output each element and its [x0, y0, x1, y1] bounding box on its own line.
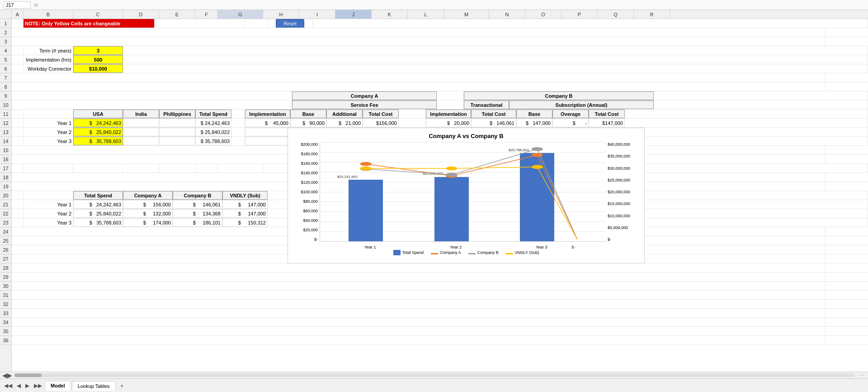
scrollbar-thumb[interactable]: [14, 373, 42, 377]
sum-row-y1-label: Year 1: [24, 200, 73, 209]
col-header-d[interactable]: D: [123, 10, 159, 19]
cell-b1-note[interactable]: NOTE: Only Yellow Cells are changeable: [24, 19, 155, 28]
scroll-left-icon[interactable]: ◀: [2, 372, 7, 379]
cell-row9-left: [12, 91, 292, 100]
row-num-29: 29: [0, 272, 11, 282]
chart-plot: $24,242,463 $25,840,022 $35,788,603: [320, 142, 606, 242]
col-header-g[interactable]: G: [218, 10, 263, 19]
cell-c14-usa-y3[interactable]: $ 35,788,603: [73, 137, 123, 145]
cell-gap12b: [399, 119, 426, 127]
col-header-j[interactable]: J: [335, 10, 372, 19]
tab-nav-next[interactable]: ▶: [24, 382, 31, 390]
scroll-right-icon[interactable]: ▶: [7, 372, 12, 379]
rows-area: 1 2 3 4 5 6 7 8 9 10 11 12 13 14 15 16 1…: [0, 19, 868, 372]
col-header-i[interactable]: I: [299, 10, 335, 19]
col-impl-b: Implementation: [426, 110, 471, 118]
grid-row-7: [12, 73, 868, 82]
tab-nav-first[interactable]: ◀◀: [2, 382, 14, 390]
col-header-k[interactable]: K: [372, 10, 408, 19]
col-header-o[interactable]: O: [525, 10, 561, 19]
col-impl-a: Implementation: [245, 110, 290, 118]
col-header-p[interactable]: P: [561, 10, 598, 19]
sum-y1-company-b: $ 146,061: [173, 200, 222, 209]
sum-col-total-spend: Total Spend: [73, 191, 123, 200]
sheet-options-icon[interactable]: ⋯: [857, 373, 866, 378]
col-header-r[interactable]: R: [634, 10, 670, 19]
row-numbers: 1 2 3 4 5 6 7 8 9 10 11 12 13 14 15 16 1…: [0, 19, 12, 372]
cell-c4-term-value[interactable]: 3: [73, 46, 123, 55]
sheet-tab-lookup[interactable]: Lookup Tables: [72, 381, 116, 391]
cell-e14[interactable]: [159, 137, 195, 145]
col-header-n[interactable]: N: [489, 10, 525, 19]
row-num-17: 17: [0, 164, 11, 173]
cell-d14[interactable]: [123, 137, 159, 145]
cell-e13[interactable]: [159, 128, 195, 136]
cell-c12-usa-y1[interactable]: $ 24,242,463: [73, 119, 123, 127]
cell-row7: [12, 73, 826, 82]
sum-y3-total-spend: $ 35,788,603: [73, 218, 123, 227]
spreadsheet: J17 fx A B C D E F G H I J K L M N O P Q…: [0, 0, 868, 392]
col-header-q[interactable]: Q: [598, 10, 634, 19]
cell-e12-phil-y1[interactable]: [159, 119, 195, 127]
tab-nav-prev[interactable]: ◀: [15, 382, 23, 390]
row-num-9: 9: [0, 91, 11, 100]
transactional-header: Transactional: [464, 100, 509, 109]
name-box[interactable]: J17: [4, 1, 31, 9]
col-header-m[interactable]: M: [444, 10, 489, 19]
cell-rest-5: [123, 55, 868, 64]
grid-row-33: [12, 309, 868, 318]
cell-row10-gap: [437, 100, 464, 109]
cell-c13-usa-y2[interactable]: $ 25,840,022: [73, 128, 123, 136]
col-additional-a: Additional: [326, 110, 363, 118]
cell-gap12: [231, 119, 245, 127]
y-axis-left: $200,000 $180,000 $160,000 $140,000 $120…: [292, 142, 320, 242]
cell-c6-workday-value[interactable]: $10,000: [73, 64, 123, 73]
col-header-h[interactable]: H: [263, 10, 299, 19]
chart-title: Company A vs Company B: [292, 133, 640, 139]
cell-rest-11: [625, 110, 868, 118]
x-label-y2: Year 2: [434, 245, 477, 249]
legend-color-vndly: [506, 253, 513, 254]
sum-y1-total-spend: $ 24,242,463: [73, 200, 123, 209]
col-header-l[interactable]: L: [408, 10, 444, 19]
cell-rest-6: [123, 64, 868, 73]
col-header-a[interactable]: A: [12, 10, 24, 19]
col-base-b: Base: [516, 110, 552, 118]
cell-gap2: [399, 110, 426, 118]
tab-nav-last[interactable]: ▶▶: [32, 382, 44, 390]
row-num-14: 14: [0, 137, 11, 146]
col-header-f[interactable]: F: [195, 10, 218, 19]
col-header-b[interactable]: B: [24, 10, 73, 19]
cell-rest-9: [654, 91, 868, 100]
add-sheet-button[interactable]: +: [117, 381, 127, 390]
chart-area: Company A vs Company B $200,000 $180,000…: [288, 128, 645, 263]
cell-b11: [24, 110, 73, 118]
sheet-tab-model[interactable]: Model: [45, 381, 71, 391]
col-header-e[interactable]: E: [159, 10, 195, 19]
legend-label-company-b: Company B: [477, 250, 499, 255]
cell-d12-india-y1[interactable]: [123, 119, 159, 127]
row-num-15: 15: [0, 146, 11, 155]
reset-button[interactable]: Reset: [276, 19, 304, 28]
cell-c5-impl-value[interactable]: 500: [73, 55, 123, 64]
cell-row2: [12, 28, 826, 37]
grid-row-5: Implementation (hrs) 500: [12, 55, 868, 64]
grid-row-10: Service Fee Transactional Subscription (…: [12, 100, 868, 110]
row-num-35: 35: [0, 327, 11, 336]
cell-b6-workday-label: Workday Connector: [24, 64, 73, 73]
sum-y1-company-a: $ 156,000: [123, 200, 173, 209]
cell-d13[interactable]: [123, 128, 159, 136]
sum-y3-company-b: $ 186,101: [173, 218, 222, 227]
row-num-13: 13: [0, 128, 11, 137]
cell-a13: [12, 128, 24, 136]
horizontal-scrollbar[interactable]: ◀ ▶ ⋯: [0, 372, 868, 378]
cell-a1[interactable]: [12, 19, 24, 28]
cell-g1-reset: Reset: [268, 19, 313, 28]
row-num-8: 8: [0, 82, 11, 91]
scrollbar-track[interactable]: [14, 373, 855, 377]
legend-company-a: Company A: [431, 250, 461, 255]
cell-a14: [12, 137, 24, 145]
row-num-32: 32: [0, 300, 11, 309]
cell-row3: [12, 37, 826, 46]
col-header-c[interactable]: C: [73, 10, 123, 19]
